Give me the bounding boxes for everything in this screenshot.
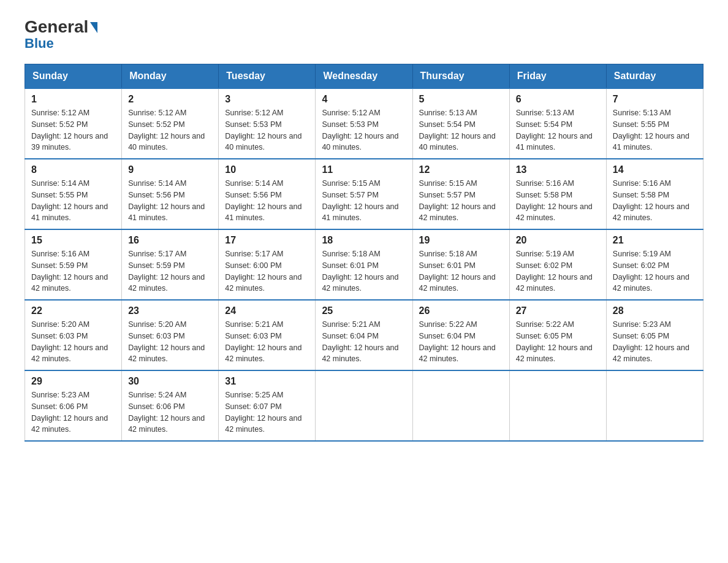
day-number: 7 (613, 94, 697, 105)
calendar-cell (316, 370, 412, 441)
calendar-cell: 8 Sunrise: 5:14 AMSunset: 5:55 PMDayligh… (25, 159, 122, 229)
calendar-cell: 26 Sunrise: 5:22 AMSunset: 6:04 PMDaylig… (412, 300, 509, 370)
calendar-cell: 31 Sunrise: 5:25 AMSunset: 6:07 PMDaylig… (219, 370, 316, 441)
day-number: 12 (419, 164, 503, 175)
calendar-cell: 27 Sunrise: 5:22 AMSunset: 6:05 PMDaylig… (509, 300, 606, 370)
day-info: Sunrise: 5:14 AMSunset: 5:55 PMDaylight:… (31, 178, 115, 224)
logo-blue: Blue (25, 36, 54, 52)
day-number: 6 (516, 94, 600, 105)
calendar-cell: 14 Sunrise: 5:16 AMSunset: 5:58 PMDaylig… (606, 159, 703, 229)
day-number: 29 (31, 376, 115, 387)
calendar-cell: 4 Sunrise: 5:12 AMSunset: 5:53 PMDayligh… (316, 88, 412, 159)
calendar-cell: 19 Sunrise: 5:18 AMSunset: 6:01 PMDaylig… (412, 229, 509, 300)
calendar-cell: 1 Sunrise: 5:12 AMSunset: 5:52 PMDayligh… (25, 88, 122, 159)
calendar-header-row: SundayMondayTuesdayWednesdayThursdayFrid… (25, 64, 703, 89)
calendar-cell: 22 Sunrise: 5:20 AMSunset: 6:03 PMDaylig… (25, 300, 122, 370)
day-number: 8 (31, 164, 115, 175)
calendar-cell: 2 Sunrise: 5:12 AMSunset: 5:52 PMDayligh… (122, 88, 219, 159)
day-info: Sunrise: 5:20 AMSunset: 6:03 PMDaylight:… (128, 319, 212, 365)
calendar-week-row: 22 Sunrise: 5:20 AMSunset: 6:03 PMDaylig… (25, 300, 703, 370)
calendar-cell: 3 Sunrise: 5:12 AMSunset: 5:53 PMDayligh… (219, 88, 316, 159)
calendar-header-monday: Monday (122, 64, 219, 89)
calendar-cell: 5 Sunrise: 5:13 AMSunset: 5:54 PMDayligh… (412, 88, 509, 159)
day-info: Sunrise: 5:21 AMSunset: 6:03 PMDaylight:… (225, 319, 309, 365)
day-number: 25 (322, 305, 406, 316)
calendar-cell: 7 Sunrise: 5:13 AMSunset: 5:55 PMDayligh… (606, 88, 703, 159)
calendar-cell: 24 Sunrise: 5:21 AMSunset: 6:03 PMDaylig… (219, 300, 316, 370)
day-number: 21 (613, 235, 697, 246)
day-info: Sunrise: 5:22 AMSunset: 6:04 PMDaylight:… (419, 319, 503, 365)
calendar-header-saturday: Saturday (606, 64, 703, 89)
logo-general: General (25, 18, 88, 36)
day-info: Sunrise: 5:16 AMSunset: 5:59 PMDaylight:… (31, 248, 115, 294)
calendar-cell: 16 Sunrise: 5:17 AMSunset: 5:59 PMDaylig… (122, 229, 219, 300)
day-info: Sunrise: 5:23 AMSunset: 6:06 PMDaylight:… (31, 389, 115, 435)
calendar-cell: 11 Sunrise: 5:15 AMSunset: 5:57 PMDaylig… (316, 159, 412, 229)
day-number: 19 (419, 235, 503, 246)
day-info: Sunrise: 5:12 AMSunset: 5:53 PMDaylight:… (225, 107, 309, 153)
calendar-cell: 25 Sunrise: 5:21 AMSunset: 6:04 PMDaylig… (316, 300, 412, 370)
day-number: 17 (225, 235, 309, 246)
calendar-header-thursday: Thursday (412, 64, 509, 89)
day-info: Sunrise: 5:16 AMSunset: 5:58 PMDaylight:… (613, 178, 697, 224)
day-number: 13 (516, 164, 600, 175)
calendar-cell (509, 370, 606, 441)
calendar-cell: 9 Sunrise: 5:14 AMSunset: 5:56 PMDayligh… (122, 159, 219, 229)
day-number: 22 (31, 305, 115, 316)
day-info: Sunrise: 5:12 AMSunset: 5:53 PMDaylight:… (322, 107, 406, 153)
day-number: 24 (225, 305, 309, 316)
calendar-cell: 20 Sunrise: 5:19 AMSunset: 6:02 PMDaylig… (509, 229, 606, 300)
day-info: Sunrise: 5:13 AMSunset: 5:54 PMDaylight:… (419, 107, 503, 153)
calendar-week-row: 1 Sunrise: 5:12 AMSunset: 5:52 PMDayligh… (25, 88, 703, 159)
day-info: Sunrise: 5:19 AMSunset: 6:02 PMDaylight:… (516, 248, 600, 294)
day-info: Sunrise: 5:17 AMSunset: 5:59 PMDaylight:… (128, 248, 212, 294)
calendar-cell: 18 Sunrise: 5:18 AMSunset: 6:01 PMDaylig… (316, 229, 412, 300)
day-info: Sunrise: 5:14 AMSunset: 5:56 PMDaylight:… (225, 178, 309, 224)
calendar-header-friday: Friday (509, 64, 606, 89)
day-number: 9 (128, 164, 212, 175)
day-number: 28 (613, 305, 697, 316)
calendar-cell (606, 370, 703, 441)
day-info: Sunrise: 5:20 AMSunset: 6:03 PMDaylight:… (31, 319, 115, 365)
day-number: 23 (128, 305, 212, 316)
day-info: Sunrise: 5:12 AMSunset: 5:52 PMDaylight:… (31, 107, 115, 153)
day-info: Sunrise: 5:15 AMSunset: 5:57 PMDaylight:… (322, 178, 406, 224)
calendar-cell: 30 Sunrise: 5:24 AMSunset: 6:06 PMDaylig… (122, 370, 219, 441)
calendar-header-tuesday: Tuesday (219, 64, 316, 89)
day-number: 16 (128, 235, 212, 246)
calendar-table: SundayMondayTuesdayWednesdayThursdayFrid… (25, 64, 703, 442)
calendar-week-row: 8 Sunrise: 5:14 AMSunset: 5:55 PMDayligh… (25, 159, 703, 229)
day-info: Sunrise: 5:23 AMSunset: 6:05 PMDaylight:… (613, 319, 697, 365)
calendar-cell: 29 Sunrise: 5:23 AMSunset: 6:06 PMDaylig… (25, 370, 122, 441)
logo-triangle-icon (90, 22, 97, 33)
day-info: Sunrise: 5:16 AMSunset: 5:58 PMDaylight:… (516, 178, 600, 224)
calendar-week-row: 15 Sunrise: 5:16 AMSunset: 5:59 PMDaylig… (25, 229, 703, 300)
calendar-cell: 6 Sunrise: 5:13 AMSunset: 5:54 PMDayligh… (509, 88, 606, 159)
calendar-cell: 15 Sunrise: 5:16 AMSunset: 5:59 PMDaylig… (25, 229, 122, 300)
page-header: General Blue (25, 18, 703, 52)
calendar-cell: 10 Sunrise: 5:14 AMSunset: 5:56 PMDaylig… (219, 159, 316, 229)
day-number: 5 (419, 94, 503, 105)
day-info: Sunrise: 5:12 AMSunset: 5:52 PMDaylight:… (128, 107, 212, 153)
calendar-cell (412, 370, 509, 441)
day-info: Sunrise: 5:24 AMSunset: 6:06 PMDaylight:… (128, 389, 212, 435)
calendar-week-row: 29 Sunrise: 5:23 AMSunset: 6:06 PMDaylig… (25, 370, 703, 441)
calendar-cell: 13 Sunrise: 5:16 AMSunset: 5:58 PMDaylig… (509, 159, 606, 229)
day-number: 31 (225, 376, 309, 387)
day-number: 1 (31, 94, 115, 105)
calendar-header-sunday: Sunday (25, 64, 122, 89)
calendar-cell: 28 Sunrise: 5:23 AMSunset: 6:05 PMDaylig… (606, 300, 703, 370)
calendar-cell: 23 Sunrise: 5:20 AMSunset: 6:03 PMDaylig… (122, 300, 219, 370)
day-info: Sunrise: 5:21 AMSunset: 6:04 PMDaylight:… (322, 319, 406, 365)
day-info: Sunrise: 5:14 AMSunset: 5:56 PMDaylight:… (128, 178, 212, 224)
day-info: Sunrise: 5:18 AMSunset: 6:01 PMDaylight:… (322, 248, 406, 294)
calendar-cell: 21 Sunrise: 5:19 AMSunset: 6:02 PMDaylig… (606, 229, 703, 300)
calendar-header-wednesday: Wednesday (316, 64, 412, 89)
day-number: 3 (225, 94, 309, 105)
day-number: 26 (419, 305, 503, 316)
day-number: 2 (128, 94, 212, 105)
calendar-cell: 17 Sunrise: 5:17 AMSunset: 6:00 PMDaylig… (219, 229, 316, 300)
logo: General Blue (25, 18, 97, 52)
day-info: Sunrise: 5:13 AMSunset: 5:54 PMDaylight:… (516, 107, 600, 153)
day-number: 30 (128, 376, 212, 387)
